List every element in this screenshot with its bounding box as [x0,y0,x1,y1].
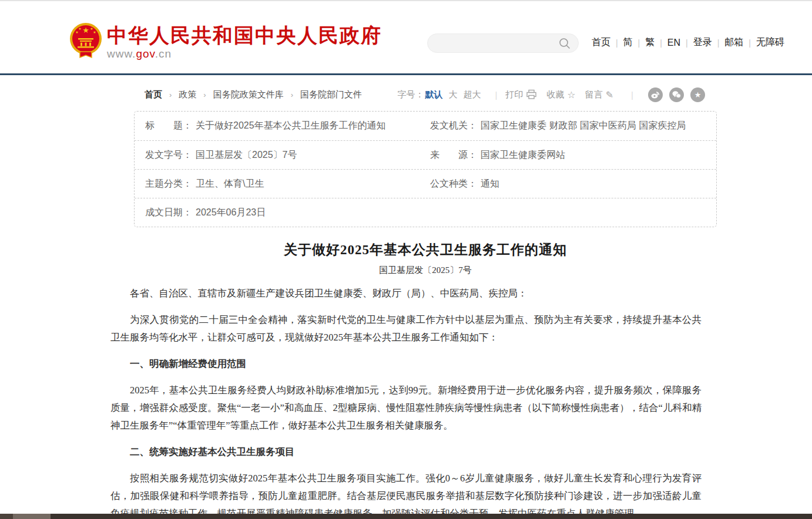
meta-source-label: 来 源： [430,149,477,161]
bottom-scrollbar[interactable] [0,514,812,519]
nav-separator: | [660,38,662,48]
nav-accessibility[interactable]: 无障碍 [756,36,784,49]
comment-button[interactable]: 留言 ✎ [585,89,613,100]
meta-doc-type-value: 通知 [481,178,499,190]
site-brand[interactable]: 中华人民共和国中央人民政府 www.gov.cn [107,25,382,60]
weibo-share-button[interactable] [648,87,663,102]
search-input[interactable] [435,39,558,48]
meta-topic-value: 卫生、体育\卫生 [196,178,264,190]
url-cn: .cn [155,48,172,60]
breadcrumb-policy[interactable]: 政策 [179,89,196,100]
document-body: 各省、自治区、直辖市及新疆生产建设兵团卫生健康委、财政厅（局）、中医药局、疾控局… [110,285,702,519]
site-url: www.gov.cn [107,48,382,60]
meta-doc-number-value: 国卫基层发〔2025〕7号 [196,149,297,161]
section-heading-2: 二、统筹实施好基本公共卫生服务项目 [110,443,702,461]
toolbar-divider: | [495,90,497,100]
url-gov: gov [136,48,155,60]
url-www: www. [107,48,136,60]
nav-login[interactable]: 登录 [693,36,712,49]
section-heading-1: 一、明确新增经费使用范围 [110,355,702,373]
qzone-share-button[interactable]: ★ [690,87,705,102]
breadcrumb-home[interactable]: 首页 [145,89,162,100]
meta-source-value: 国家卫生健康委网站 [481,149,565,161]
search-box[interactable] [427,33,579,53]
print-label: 打印 [505,89,523,100]
meta-date-value: 2025年06月23日 [196,207,266,219]
scrollbar-thumb[interactable] [13,514,51,519]
nav-english[interactable]: EN [667,38,680,48]
header-divider [0,73,812,75]
breadcrumb: 首页 › 政策 › 国务院政策文件库 › 国务院部门文件 [134,89,362,100]
table-row: 成文日期： 2025年06月23日 [135,198,716,227]
section-2-paragraph: 按照相关服务规范切实做好2025年基本公共卫生服务项目实施工作。强化0～6岁儿童… [110,470,702,519]
search-icon[interactable] [558,37,571,50]
svg-text:★: ★ [75,31,78,34]
table-row: 主题分类： 卫生、体育\卫生 公文种类： 通知 [135,169,716,198]
section-1-paragraph: 2025年，基本公共卫生服务经费人均财政补助标准增加5元，达到99元。新增经费用… [110,382,702,434]
print-button[interactable]: 打印 [505,89,537,100]
page-title: 关于做好2025年基本公共卫生服务工作的通知 [134,241,717,259]
toolbar-divider: | [631,90,633,100]
svg-text:★: ★ [78,27,81,31]
nav-traditional[interactable]: 繁 [645,36,655,49]
meta-title-label: 标 题： [145,120,192,132]
font-size-xlarge-button[interactable]: 超大 [463,89,481,100]
breadcrumb-toolbar-row: 首页 › 政策 › 国务院政策文件库 › 国务院部门文件 字号： 默认 大 超大… [134,87,717,102]
svg-text:★: ★ [93,31,96,34]
qzone-star-icon: ★ [694,90,702,99]
chevron-right-icon: › [169,90,172,99]
page-toolbar: 字号： 默认 大 超大 | 打印 收藏 ☆ 留言 ✎ | [397,87,717,102]
font-size-default-button[interactable]: 默认 [425,89,442,100]
printer-icon [526,89,537,100]
meta-issuing-agency-value: 国家卫生健康委 财政部 国家中医药局 国家疾控局 [481,120,686,132]
star-icon: ☆ [567,89,575,100]
national-emblem-logo: ★ ★ ★ ★ ★ [68,22,103,59]
meta-doc-number-label: 发文字号： [145,149,192,161]
salutation-paragraph: 各省、自治区、直辖市及新疆生产建设兵团卫生健康委、财政厅（局）、中医药局、疾控局… [110,285,702,302]
meta-title-value: 关于做好2025年基本公共卫生服务工作的通知 [196,120,386,132]
breadcrumb-policy-library[interactable]: 国务院政策文件库 [213,89,284,100]
intro-paragraph: 为深入贯彻党的二十届三中全会精神，落实新时代党的卫生与健康工作方针中以基层为重点… [110,311,702,346]
comment-label: 留言 [585,89,603,100]
font-size-large-button[interactable]: 大 [448,89,457,100]
wechat-share-button[interactable] [669,87,684,102]
meta-date-label: 成文日期： [145,207,192,219]
nav-mail[interactable]: 邮箱 [724,36,743,49]
nav-separator: | [638,38,640,48]
meta-doc-type-label: 公文种类： [430,178,477,190]
nav-separator: | [686,38,688,48]
svg-text:★: ★ [82,26,89,35]
pencil-icon: ✎ [606,89,613,100]
meta-issuing-agency-label: 发文机关： [430,120,477,132]
nav-simplified[interactable]: 简 [623,36,633,49]
document-metadata-table: 标 题： 关于做好2025年基本公共卫生服务工作的通知 发文机关： 国家卫生健康… [134,111,717,227]
favorite-label: 收藏 [546,89,564,100]
scrollbar-corner [0,514,13,519]
font-size-label: 字号： [397,89,424,100]
favorite-button[interactable]: 收藏 ☆ [546,89,575,100]
meta-topic-label: 主题分类： [145,178,192,190]
chevron-right-icon: › [203,90,206,99]
nav-separator: | [749,38,751,48]
nav-separator: | [717,38,720,48]
site-title: 中华人民共和国中央人民政府 [107,25,382,46]
weibo-icon [650,90,660,100]
breadcrumb-department-documents[interactable]: 国务院部门文件 [300,89,362,100]
chevron-right-icon: › [291,90,293,99]
table-row: 标 题： 关于做好2025年基本公共卫生服务工作的通知 发文机关： 国家卫生健康… [135,112,716,140]
table-row: 发文字号： 国卫基层发〔2025〕7号 来 源： 国家卫生健康委网站 [135,140,716,169]
nav-home[interactable]: 首页 [592,36,610,49]
top-nav: 首页| 简| 繁| EN| 登录| 邮箱| 无障碍 [592,36,784,49]
site-header: ★ ★ ★ ★ ★ 中华人民共和国中央人民政府 www.gov.cn 首页| 简… [0,1,812,73]
wechat-icon [672,90,682,100]
document-number: 国卫基层发〔2025〕7号 [134,265,717,276]
nav-separator: | [616,38,618,48]
